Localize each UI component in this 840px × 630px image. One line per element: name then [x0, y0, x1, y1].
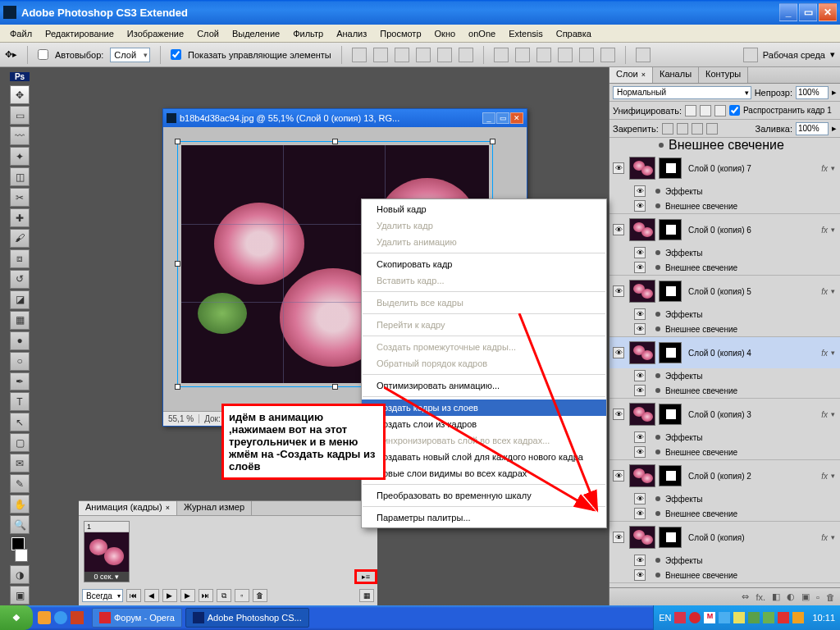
- stamp-tool[interactable]: ⧈: [10, 249, 30, 268]
- workspace-icon[interactable]: [743, 48, 758, 62]
- layer-style-icon[interactable]: fx.: [756, 592, 765, 602]
- type-tool[interactable]: T: [10, 392, 30, 411]
- unify-visibility-icon[interactable]: [700, 105, 711, 116]
- visibility-toggle-icon[interactable]: 👁: [634, 569, 646, 581]
- visibility-toggle-icon[interactable]: 👁: [634, 431, 646, 443]
- layer-thumbnail[interactable]: [629, 464, 655, 487]
- layer-name[interactable]: Слой 0 (копия) 5: [688, 287, 821, 296]
- delete-layer-icon[interactable]: 🗑: [826, 592, 835, 602]
- layer-effect-row[interactable]: 👁Эффекты: [609, 307, 840, 322]
- shape-tool[interactable]: ▢: [10, 433, 30, 452]
- chevron-down-icon[interactable]: ▾: [831, 472, 835, 480]
- menu-window[interactable]: Окно: [428, 27, 463, 40]
- menu-filter[interactable]: Фильтр: [286, 27, 330, 40]
- menu-layer[interactable]: Слой: [190, 27, 226, 40]
- lock-transparent-icon[interactable]: [662, 123, 673, 135]
- layer-mask-thumbnail[interactable]: [659, 465, 682, 486]
- tab-channels[interactable]: Каналы: [653, 67, 699, 83]
- distribute-icon[interactable]: [494, 48, 509, 62]
- menu-select[interactable]: Выделение: [226, 27, 286, 40]
- layer-effect-row[interactable]: 👁Внешнее свечение: [609, 568, 840, 582]
- menu-analysis[interactable]: Анализ: [330, 27, 373, 40]
- layer-effect-row[interactable]: 👁Внешнее свечение: [609, 506, 840, 521]
- layer-row[interactable]: 👁Слой 0 (копия) 4fx▾👁Эффекты👁Внешнее све…: [609, 337, 840, 399]
- window-maximize-button[interactable]: ▭: [799, 3, 817, 21]
- visibility-toggle-icon[interactable]: 👁: [613, 470, 624, 482]
- new-frame-button[interactable]: ▫: [235, 589, 249, 602]
- eraser-tool[interactable]: ◪: [10, 290, 30, 309]
- lock-all-icon[interactable]: [706, 123, 718, 135]
- slice-tool[interactable]: ✂: [10, 188, 30, 207]
- layer-effect-row[interactable]: 👁Эффекты: [609, 553, 840, 568]
- layer-row[interactable]: 👁Слой 0 (копия) 6fx▾👁Эффекты👁Внешнее све…: [609, 214, 840, 276]
- visibility-toggle-icon[interactable]: 👁: [634, 370, 646, 381]
- chevron-down-icon[interactable]: ▾: [831, 533, 835, 541]
- heal-tool[interactable]: ✚: [10, 208, 30, 227]
- distribute-icon[interactable]: [600, 48, 615, 62]
- start-button[interactable]: ❖: [0, 605, 33, 630]
- tab-close-icon[interactable]: ×: [166, 504, 170, 512]
- tray-icon[interactable]: [748, 612, 760, 623]
- visibility-toggle-icon[interactable]: 👁: [613, 347, 624, 358]
- menu-item[interactable]: Параметры палитры...: [362, 509, 606, 526]
- prev-frame-button[interactable]: ◀: [144, 589, 159, 602]
- distribute-icon[interactable]: [515, 48, 530, 62]
- menu-item[interactable]: Оптимизировать анимацию...: [362, 377, 606, 394]
- unify-style-icon[interactable]: [714, 105, 726, 116]
- taskbar-button-photoshop[interactable]: Adobe Photoshop CS...: [185, 608, 309, 628]
- layer-effect-row[interactable]: 👁Эффекты: [609, 184, 840, 199]
- visibility-toggle-icon[interactable]: 👁: [613, 532, 624, 543]
- visibility-toggle-icon[interactable]: 👁: [634, 493, 646, 504]
- pen-tool[interactable]: ✒: [10, 372, 30, 391]
- layer-mask-thumbnail[interactable]: [659, 527, 682, 548]
- tab-measurement-log[interactable]: Журнал измер: [177, 501, 252, 515]
- menu-item[interactable]: Создавать новый слой для каждого нового …: [362, 449, 606, 465]
- layer-mask-thumbnail[interactable]: [659, 404, 682, 425]
- window-minimize-button[interactable]: _: [779, 3, 797, 21]
- fx-badge[interactable]: fx: [821, 410, 828, 419]
- chevron-down-icon[interactable]: ▾: [831, 226, 835, 234]
- visibility-toggle-icon[interactable]: 👁: [634, 247, 646, 258]
- layer-row[interactable]: 👁Слой 0 (копия) 3fx▾👁Эффекты👁Внешнее све…: [609, 399, 840, 460]
- chevron-down-icon[interactable]: ▾: [830, 49, 835, 60]
- menu-file[interactable]: Файл: [3, 27, 39, 40]
- visibility-toggle-icon[interactable]: 👁: [613, 409, 624, 420]
- menu-image[interactable]: Изображение: [121, 27, 190, 40]
- layer-thumbnail[interactable]: [629, 157, 655, 180]
- tray-icon[interactable]: [719, 612, 730, 623]
- animation-frame-1[interactable]: 1 0 сек. ▾: [84, 521, 130, 582]
- blur-tool[interactable]: ●: [10, 331, 30, 350]
- workspace-label[interactable]: Рабочая среда: [763, 50, 825, 60]
- layer-mask-icon[interactable]: ◧: [772, 591, 780, 602]
- wand-tool[interactable]: ✦: [10, 147, 30, 166]
- tab-paths[interactable]: Контуры: [699, 67, 748, 83]
- visibility-toggle-icon[interactable]: 👁: [634, 555, 646, 566]
- layer-name[interactable]: Слой 0 (копия): [688, 533, 821, 542]
- auto-align-icon[interactable]: [636, 48, 651, 62]
- convert-timeline-button[interactable]: ▦: [359, 589, 374, 602]
- menu-item[interactable]: Создать кадры из слоев: [362, 399, 606, 416]
- quicklaunch-icon[interactable]: [38, 611, 51, 624]
- taskbar-button-opera[interactable]: Форум - Opera: [92, 608, 182, 628]
- crop-tool[interactable]: ◫: [10, 167, 30, 186]
- delete-frame-button[interactable]: 🗑: [253, 589, 267, 602]
- tab-layers[interactable]: Слои×: [609, 67, 653, 83]
- document-zoom[interactable]: 55,1 %: [163, 414, 199, 423]
- language-indicator[interactable]: EN: [659, 613, 671, 623]
- quickmask-tool[interactable]: ◑: [10, 565, 30, 584]
- gradient-tool[interactable]: ▦: [10, 311, 30, 330]
- align-icon[interactable]: [437, 48, 452, 62]
- tab-animation-frames[interactable]: Анимация (кадры)×: [79, 501, 177, 515]
- fx-badge[interactable]: fx: [821, 349, 828, 358]
- group-icon[interactable]: ▣: [801, 591, 810, 602]
- distribute-icon[interactable]: [558, 48, 573, 62]
- next-frame-button[interactable]: ▶: [180, 589, 195, 602]
- autoselect-target-combo[interactable]: Слой: [110, 48, 150, 62]
- menu-item[interactable]: Новый кадр: [362, 201, 606, 217]
- fx-badge[interactable]: fx: [821, 287, 828, 296]
- layers-list[interactable]: Внешнее свечение 👁Слой 0 (копия) 7fx▾👁Эф…: [609, 138, 840, 587]
- visibility-toggle-icon[interactable]: 👁: [634, 200, 646, 212]
- layer-effect-row[interactable]: 👁Внешнее свечение: [609, 322, 840, 336]
- marquee-tool[interactable]: ▭: [10, 106, 30, 125]
- layer-name[interactable]: Слой 0 (копия) 3: [688, 410, 821, 419]
